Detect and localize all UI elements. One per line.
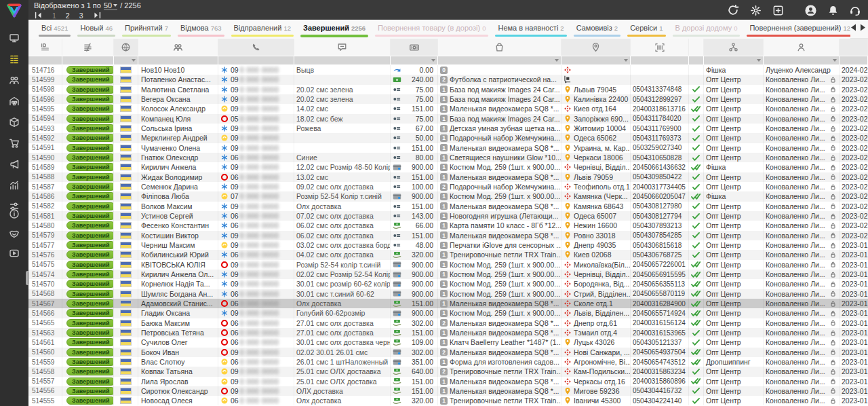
column-header-blank[interactable] (840, 39, 868, 56)
sidebar-item-dashboard-monitor[interactable] (0, 27, 28, 48)
sidebar-item-video-tutorials[interactable] (0, 243, 28, 263)
order-row[interactable]: 514558ЗавершенийКовпак Татьяна090 000 00… (28, 367, 868, 376)
column-header-tracking-barcode[interactable] (631, 39, 689, 56)
order-row[interactable]: 514589ЗавершенийКирилич Анжела090 000 00… (28, 162, 868, 172)
sidebar-item-products-box[interactable] (0, 111, 28, 132)
filter-input-5[interactable] (218, 56, 294, 64)
add-order-icon[interactable] (770, 3, 785, 18)
page-number-3[interactable]: 3 (79, 12, 83, 20)
sidebar-item-warehouse[interactable] (0, 90, 28, 111)
order-row[interactable]: 514567ЗавершенийАдамовский Станис...060 … (28, 299, 868, 308)
vertical-scrollbar-thumb[interactable] (26, 271, 29, 285)
order-row[interactable]: 514592ЗавершенийМерклингер Андрей090 000… (28, 133, 868, 143)
column-header-product-bag[interactable] (438, 39, 561, 56)
column-header-id[interactable] (28, 39, 62, 56)
page-number-2[interactable]: 2 (66, 12, 70, 20)
notifications-bell-icon[interactable] (825, 3, 840, 18)
order-row[interactable]: 514599ЗавершенийПотапенко Анастас...090 … (28, 75, 868, 84)
sidebar-item-orders-list[interactable] (0, 48, 28, 69)
order-row[interactable]: 514575ЗавершенийКВІТОВСЬКА ЮЛІЯ090 000 0… (28, 260, 868, 270)
column-header-customer[interactable] (138, 39, 218, 56)
order-row[interactable]: 514556ЗавершенийСиротюк Олександр090 000… (28, 386, 868, 396)
column-header-comment[interactable] (294, 39, 391, 56)
filter-input-4[interactable] (138, 56, 218, 64)
tab-12[interactable]: Повернення (завершений)125 (743, 20, 850, 39)
order-row[interactable]: 514588ЗавершенийЖидак Володимир060 000 0… (28, 172, 868, 182)
tab-4[interactable]: Відмова763 (174, 20, 228, 39)
column-header-blank[interactable] (689, 39, 704, 56)
filter-input-12[interactable] (704, 56, 763, 64)
order-row[interactable]: 514581ЗавершенийУстинов Сергей060 000 00… (28, 211, 868, 221)
filter-input-3[interactable] (114, 56, 138, 64)
sidebar-item-marketing-megaphone[interactable] (0, 153, 28, 174)
first-page-icon[interactable] (34, 11, 43, 20)
column-header-status[interactable] (62, 39, 114, 56)
tab-10[interactable]: Сервіси1 (624, 20, 669, 39)
sidebar-item-statistics-chart[interactable] (0, 174, 28, 196)
order-row[interactable]: 514580ЗавершенийФесенко Константин060 00… (28, 221, 868, 230)
order-row[interactable]: 514565ЗавершенийБаюка Максим060 000 0000… (28, 318, 868, 328)
app-logo-icon[interactable] (5, 1, 24, 19)
order-row[interactable]: 514593ЗавершенийСольська Ірина090 000 00… (28, 124, 868, 133)
tab-8[interactable]: Нема в наявності2 (492, 20, 570, 39)
user-avatar-icon[interactable] (803, 3, 818, 18)
order-row[interactable]: 514568ЗавершенийШумляс Богдана Ан...060 … (28, 289, 868, 299)
order-row[interactable]: 514598ЗавершенийМалютина Светлана090 000… (28, 85, 868, 94)
filter-input-2[interactable] (62, 56, 113, 64)
order-row[interactable]: 514559ЗавершенийВлас Слотюу060 000 00002… (28, 357, 868, 367)
column-header-manager[interactable] (764, 39, 840, 56)
tab-2[interactable]: Новый46 (74, 20, 119, 39)
order-row[interactable]: 514579ЗавершенийКостишин Виктор090 000 0… (28, 231, 868, 240)
support-headset-icon[interactable] (848, 3, 863, 18)
column-header-phone[interactable] (218, 39, 294, 56)
filter-input-10[interactable] (631, 56, 688, 64)
order-row[interactable]: 514560ЗавершенийБокоч Иван090 000 000002… (28, 348, 868, 357)
order-row[interactable]: 514596ЗавершенийВегера Оксана090 000 000… (28, 94, 868, 104)
order-row[interactable]: 514591ЗавершенийЧумаченко Олена090 000 0… (28, 143, 868, 153)
filter-input-9[interactable] (561, 56, 630, 64)
tabs-scroll-left-icon[interactable] (850, 22, 857, 32)
order-row[interactable]: 514555ЗавершенийНовосад Олеся060 000 000… (28, 396, 868, 405)
filter-input-13[interactable] (764, 56, 839, 64)
last-page-icon[interactable] (93, 11, 102, 20)
order-row[interactable]: 514574ЗавершенийКирилич Анжела Ол...090 … (28, 270, 868, 279)
order-row[interactable]: 514576ЗавершенийКобилинський Юрий060 000… (28, 250, 868, 259)
order-row[interactable]: 514563ЗавершенийПетровська Тетяна060 000… (28, 328, 868, 337)
order-row[interactable]: 514716ЗавершенийНов10 Нов10090 000 0000В… (28, 65, 868, 75)
filter-input-14[interactable] (840, 56, 867, 64)
order-row[interactable]: 514582ЗавершенийВолков Максим090 000 000… (28, 202, 868, 211)
tab-7[interactable]: Повернення товару (в дорозі)0 (372, 20, 492, 39)
sidebar-item-clients[interactable] (0, 69, 28, 90)
filter-input-7[interactable] (391, 56, 437, 64)
tab-3[interactable]: Прийнятий7 (119, 20, 174, 39)
tab-5[interactable]: Відправлений12 (228, 20, 297, 39)
sidebar-item-info[interactable] (0, 204, 28, 223)
column-header-country-globe[interactable] (114, 39, 138, 56)
tab-1[interactable]: Всі4521 (35, 20, 74, 39)
page-size-dropdown[interactable]: 50 (104, 1, 117, 10)
order-row[interactable]: 514557ЗавершенийЛила Ярослав090 000 0000… (28, 377, 868, 386)
filter-input-6[interactable] (294, 56, 390, 64)
order-row[interactable]: 514594ЗавершенийКомпанец Юля050 000 0000… (28, 114, 868, 124)
page-number-1[interactable]: 1 (52, 12, 56, 20)
order-row[interactable]: 514577ЗавершенийЧерниш Максим090 000 000… (28, 240, 868, 250)
column-header-delivery-pin[interactable] (561, 39, 631, 56)
sidebar-item-cart[interactable] (0, 132, 28, 153)
refresh-icon[interactable] (726, 3, 741, 18)
tab-9[interactable]: Самовивіз2 (570, 20, 624, 39)
order-row[interactable]: 514595ЗавершенийКолосок Александр090 000… (28, 104, 868, 113)
order-row[interactable]: 514570ЗавершенийКорнелюк Надія Та...090 … (28, 279, 868, 289)
tabs-scroll-right-icon[interactable] (859, 22, 867, 32)
tab-11[interactable]: В дорозі додому0 (669, 20, 744, 39)
order-row[interactable]: 514587ЗавершенийСеменюк Дарина090 000 00… (28, 182, 868, 191)
filter-input-8[interactable] (438, 56, 561, 64)
tab-6[interactable]: Завершений2256 (297, 20, 372, 39)
order-row[interactable]: 514566ЗавершенийГладик Оксана090 000 000… (28, 308, 868, 318)
order-row[interactable]: 514590ЗавершенийГнатюк Олексндр060 000 0… (28, 153, 868, 162)
column-header-payment[interactable] (391, 39, 438, 56)
order-row[interactable]: 514561ЗавершенийСучилов Олег060 000 0000… (28, 337, 868, 347)
filter-input-11[interactable] (689, 56, 703, 64)
column-header-fulfillment[interactable] (704, 39, 764, 56)
order-row[interactable]: 514586ЗавершенийФіліпова Люба070 000 000… (28, 191, 868, 201)
settings-gear-icon[interactable] (748, 3, 763, 18)
